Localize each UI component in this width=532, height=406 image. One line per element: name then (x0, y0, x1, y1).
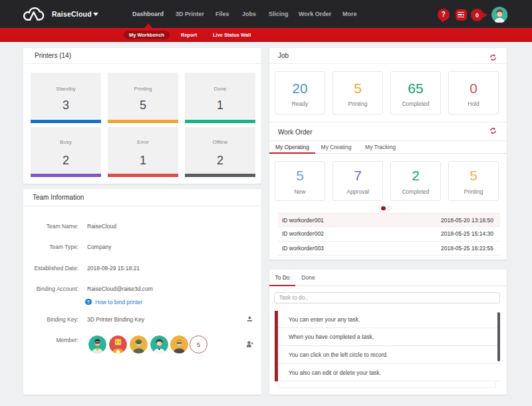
svg-text:0: 0 (475, 11, 479, 18)
